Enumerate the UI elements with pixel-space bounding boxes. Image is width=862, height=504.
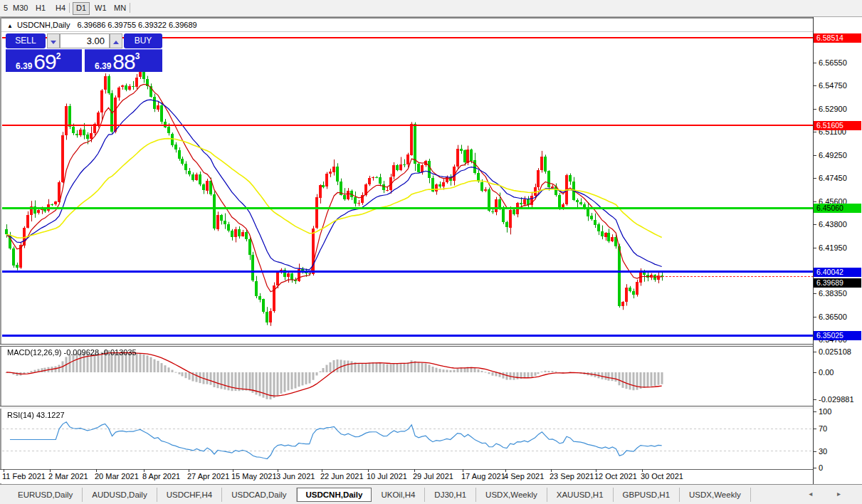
price-axis-label: 6.56550 xyxy=(819,58,847,67)
price-axis-tick xyxy=(814,178,816,179)
chart-tab-audusd-daily[interactable]: AUDUSD,Daily xyxy=(83,488,157,502)
buy-price-prefix: 6.39 xyxy=(95,61,111,71)
price-axis-label: 6.41950 xyxy=(819,243,847,252)
macd-label: MACD(12,26,9) -0.009628 -0.013035 xyxy=(7,348,137,357)
price-axis-label: 6.52900 xyxy=(819,105,847,113)
chart-tab-eurusd-daily[interactable]: EURUSD,Daily xyxy=(9,488,83,502)
date-axis-label: 3 Jun 2021 xyxy=(276,472,315,481)
price-axis-label: 6.36500 xyxy=(819,313,847,321)
price-level-badge: 6.45060 xyxy=(814,204,861,213)
timeframe-button-mn[interactable]: MN xyxy=(111,2,129,14)
chart-title-row: ▲USDCNH,Daily6.39686 6.39755 6.39322 6.3… xyxy=(7,21,197,31)
volume-decrease-button[interactable] xyxy=(47,33,60,48)
chart-tab-gbpusd-h1[interactable]: GBPUSD,H1 xyxy=(614,488,680,502)
price-level-badge: 6.58514 xyxy=(814,33,861,43)
price-chart-canvas[interactable] xyxy=(2,32,813,344)
price-axis-tick xyxy=(814,293,816,294)
sell-price-prefix: 6.39 xyxy=(16,61,32,71)
window-left-edge xyxy=(0,17,1,484)
buy-button[interactable]: BUY xyxy=(124,33,162,48)
price-axis-label: 6.43800 xyxy=(819,220,847,229)
sell-price-display[interactable]: 6.39692 xyxy=(6,49,82,72)
rsi-label: RSI(14) 43.1227 xyxy=(7,411,65,419)
timeframe-toolbar: 5M30H1H4D1W1MN xyxy=(0,0,862,17)
chart-symbol-title: USDCNH,Daily xyxy=(17,21,70,29)
buy-price-big: 88 xyxy=(112,50,135,72)
price-level-badge: 6.35025 xyxy=(814,331,861,340)
date-axis-label: 4 Sep 2021 xyxy=(504,472,544,481)
chart-tab-usdcnh-daily[interactable]: USDCNH,Daily xyxy=(297,488,372,502)
indicator-scale-label: 30 xyxy=(819,447,827,456)
timeframe-button-h1[interactable]: H1 xyxy=(33,2,48,14)
price-axis-tick xyxy=(814,201,816,202)
chart-ohlc-values: 6.39686 6.39755 6.39322 6.39689 xyxy=(77,21,196,29)
arrow-up-icon xyxy=(113,41,119,44)
date-axis-label: 23 Sep 2021 xyxy=(550,472,594,481)
price-axis-tick xyxy=(814,63,816,63)
timeframe-button-d1[interactable]: D1 xyxy=(73,2,90,15)
buy-price-display[interactable]: 6.39883 xyxy=(85,49,162,72)
volume-increase-button[interactable] xyxy=(110,33,122,48)
toolbar-separator xyxy=(130,3,130,13)
indicator-scale-tick xyxy=(814,399,816,400)
indicator-scale-tick xyxy=(814,451,816,452)
indicator-scale-label: -0.029881 xyxy=(819,395,854,404)
timeframe-button-5[interactable]: 5 xyxy=(1,2,11,14)
chart-tab-dj30-h1[interactable]: DJ30,H1 xyxy=(425,488,476,502)
timeframe-button-m30[interactable]: M30 xyxy=(10,2,31,14)
collapse-triangle-icon[interactable]: ▲ xyxy=(7,23,13,29)
date-axis-label: 27 Apr 2021 xyxy=(187,472,229,481)
indicator-scale-label: 0.00 xyxy=(819,368,834,377)
date-axis-label: 11 Feb 2021 xyxy=(2,472,46,481)
date-axis-label: 20 Mar 2021 xyxy=(95,472,139,481)
chart-tab-usdx-weekly[interactable]: USDX,Weekly xyxy=(476,488,547,502)
price-axis-tick xyxy=(814,85,816,86)
date-axis-label: 8 Apr 2021 xyxy=(142,472,180,481)
price-axis-tick xyxy=(814,155,816,156)
price-level-badge: 6.51605 xyxy=(814,121,861,130)
price-axis-tick xyxy=(814,132,816,132)
price-axis-tick xyxy=(814,224,816,225)
price-level-badge: 6.39689 xyxy=(814,278,861,288)
indicator-scale-tick xyxy=(814,352,816,352)
indicator-scale-label: 0 xyxy=(819,463,823,472)
indicator-scale-label: 70 xyxy=(819,424,827,433)
indicator-scale-tick xyxy=(814,468,816,468)
one-click-trading-panel: SELL BUY 6.39692 6.39883 xyxy=(6,33,162,72)
date-axis-label: 2 Mar 2021 xyxy=(48,472,88,481)
chart-tab-ukoil-h4[interactable]: UKOil,H4 xyxy=(372,488,425,502)
indicator-scale-label: 0.025108 xyxy=(819,347,851,356)
chart-tab-xauusd-h1[interactable]: XAUUSD,H1 xyxy=(547,488,614,502)
volume-input[interactable] xyxy=(60,33,110,48)
indicator-scale-tick xyxy=(814,411,816,412)
price-axis-label: 6.47450 xyxy=(819,174,847,182)
chart-tab-usdcad-daily[interactable]: USDCAD,Daily xyxy=(222,488,296,502)
date-axis-label: 22 Jun 2021 xyxy=(320,472,364,481)
sell-button[interactable]: SELL xyxy=(6,33,46,48)
date-axis-label: 15 May 2021 xyxy=(231,472,277,481)
sell-price-big: 69 xyxy=(33,50,56,72)
price-level-badge: 6.40042 xyxy=(814,268,861,277)
indicator-scale-tick xyxy=(814,429,816,429)
price-axis-label: 6.54750 xyxy=(819,81,847,90)
price-axis-label: 6.38350 xyxy=(819,289,847,298)
tab-scroll-arrows[interactable]: ◂ ▸ xyxy=(809,490,852,498)
date-axis-label: 17 Aug 2021 xyxy=(461,472,505,481)
date-axis-label: 10 Jul 2021 xyxy=(367,472,407,481)
buy-price-pip: 3 xyxy=(135,51,140,61)
rsi-indicator-canvas[interactable] xyxy=(2,409,813,469)
date-axis-label: 12 Oct 2021 xyxy=(594,472,637,481)
chart-tab-usdchf-h4[interactable]: USDCHF,H4 xyxy=(157,488,223,502)
chart-tab-usdx-weekly[interactable]: USDX,Weekly xyxy=(680,488,751,502)
mt4-window: 5M30H1H4D1W1MN ▲USDCNH,Daily6.39686 6.39… xyxy=(0,0,862,504)
price-axis-tick xyxy=(814,109,816,110)
indicator-scale-label: 100 xyxy=(819,407,831,416)
price-axis-tick xyxy=(814,317,816,317)
price-axis[interactable]: 6.565506.547506.529006.511006.492506.474… xyxy=(813,17,862,484)
timeframe-button-h4[interactable]: H4 xyxy=(53,2,68,14)
date-axis-label: 29 Jul 2021 xyxy=(413,472,453,481)
timeframe-button-w1[interactable]: W1 xyxy=(92,2,110,14)
toolbar-separator xyxy=(69,3,70,13)
date-axis[interactable]: 11 Feb 20212 Mar 202120 Mar 20218 Apr 20… xyxy=(0,470,813,483)
date-axis-label: 30 Oct 2021 xyxy=(641,472,683,481)
